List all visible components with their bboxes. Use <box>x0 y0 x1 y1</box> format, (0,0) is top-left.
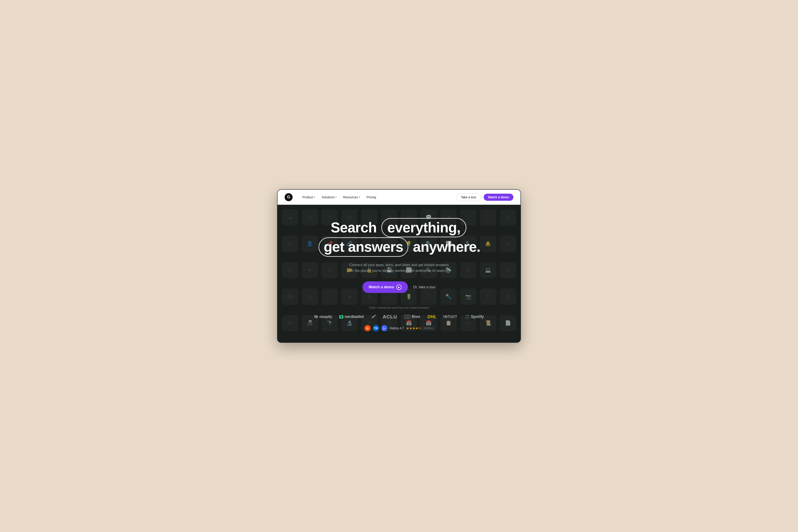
headline-search: Search <box>331 220 381 235</box>
hero-cta: Watch a demo ▶ Or, take a tour <box>314 281 484 293</box>
ratings-row: G TR ▷ Rating 4.7 ★★★★½ (2000+) <box>314 325 484 331</box>
app-icon: ◻ <box>282 262 298 278</box>
chevron-down-icon: ▾ <box>314 196 315 198</box>
chevron-down-icon: ▾ <box>335 196 336 198</box>
nav-item-product[interactable]: Product ▾ <box>300 194 318 200</box>
shopify-logo: 🛍 shopify <box>314 315 332 319</box>
hero-subheadline: Connect all your apps, docs, and chats a… <box>348 262 450 273</box>
logos-row: 🛍 shopify N nerdwallet ✓ ACLU <box>314 313 484 320</box>
navbar: G Product ▾ Solutions ▾ Resources ▾ Pric… <box>278 190 520 205</box>
app-icon: 📄 <box>500 315 516 331</box>
rating-label: Rating 4.7 <box>390 326 404 330</box>
nike-logo: ✓ <box>371 313 376 320</box>
app-icon: ⊡ <box>500 262 516 278</box>
app-icon: ↩ <box>500 235 516 252</box>
browser-window: G Product ▾ Solutions ▾ Resources ▾ Pric… <box>277 189 521 343</box>
headline-pill-answers: get answers <box>318 237 408 257</box>
take-tour-button[interactable]: Take a tour <box>456 193 481 201</box>
intuit-logo: INTUIT <box>443 315 458 319</box>
app-icon: ☁ <box>282 209 298 225</box>
nav-item-resources[interactable]: Resources ▾ <box>340 194 363 200</box>
capterra-badge: ▷ <box>381 325 388 331</box>
headline: Search everything, get answers anywhere. <box>314 218 484 257</box>
brex-logo: ⬛ Brex <box>404 315 421 319</box>
spotify-logo: 🎵 Spotify <box>465 315 484 319</box>
trustradius-badge: TR <box>373 325 379 331</box>
hero-content: Search everything, get answers anywhere.… <box>314 218 484 331</box>
nav-item-pricing[interactable]: Pricing <box>364 194 379 200</box>
g2-badge: G <box>365 325 371 331</box>
hero-section: ☁#≡@□▤⚙💬●□↻⚙✎👤📌🔗□◎💡🔍📈🔧🔔↩◻■🖥📂🔒💾⬜🔌📡⊞💻⊡⌨🖨○●… <box>278 205 520 342</box>
app-icon: ⚙ <box>500 209 516 225</box>
dhl-logo: DHL <box>427 314 436 319</box>
logo[interactable]: G <box>285 193 293 201</box>
trust-text: 2500+ enterprises trust Guru for instant… <box>314 306 484 309</box>
trust-section: 2500+ enterprises trust Guru for instant… <box>314 306 484 331</box>
app-icon: ⊞ <box>282 315 298 331</box>
app-icon: 🎚 <box>500 288 516 305</box>
app-icon: ✎ <box>282 235 298 252</box>
headline-pill-everything: everything, <box>381 218 466 238</box>
chevron-down-icon: ▾ <box>359 196 360 198</box>
watch-demo-nav-button[interactable]: Watch a demo <box>484 194 513 201</box>
star-rating: ★★★★½ <box>406 326 421 330</box>
nav-item-solutions[interactable]: Solutions ▾ <box>319 194 339 200</box>
play-icon: ▶ <box>396 285 402 290</box>
nav-links: Product ▾ Solutions ▾ Resources ▾ Pricin… <box>300 194 449 200</box>
watch-demo-hero-button[interactable]: Watch a demo ▶ <box>363 281 408 293</box>
take-tour-link[interactable]: Or, take a tour <box>413 285 435 289</box>
nav-actions: Take a tour Watch a demo <box>456 193 513 201</box>
headline-anywhere: anywhere. <box>413 239 480 255</box>
rating-count: (2000+) <box>424 327 433 330</box>
aclu-logo: ACLU <box>383 314 397 320</box>
nerdwallet-logo: N nerdwallet <box>339 315 364 319</box>
app-icon: ⌨ <box>282 288 298 305</box>
